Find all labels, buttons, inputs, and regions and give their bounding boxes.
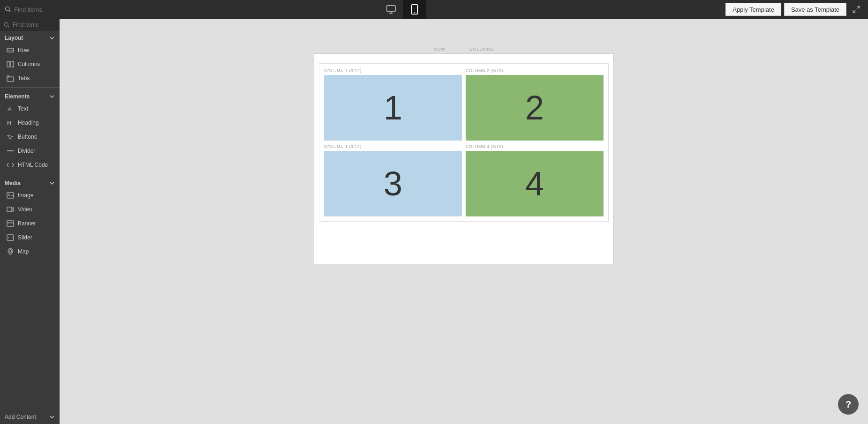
sidebar-item-slider-label: Slider [18, 234, 32, 241]
sidebar-item-row[interactable]: Row [2, 43, 58, 57]
sidebar: Layout Row Columns Tabs Elements A Text [0, 19, 60, 424]
svg-line-10 [8, 26, 9, 27]
desktop-icon [386, 4, 396, 15]
svg-line-8 [853, 10, 855, 13]
column-number-4: 4 [525, 164, 544, 203]
row-columns-labels: ROW COLUMNS [314, 47, 614, 52]
sidebar-item-heading[interactable]: H Heading [2, 116, 58, 130]
svg-rect-24 [7, 222, 14, 223]
tabs-icon [7, 74, 14, 82]
row-wrapper: COLUMN 1 (3/12) 1 COLUMN 2 (3/12) 2 [319, 63, 609, 222]
search-area [5, 6, 80, 13]
svg-line-1 [9, 10, 10, 12]
column-3-label: COLUMN 3 (3/12) [324, 144, 462, 149]
svg-rect-19 [7, 150, 14, 151]
sidebar-item-columns-label: Columns [18, 61, 40, 67]
svg-text:A: A [8, 105, 12, 112]
svg-point-6 [414, 12, 415, 13]
add-content-chevron-icon [49, 414, 55, 420]
column-4-label: COLUMN 4 (3/12) [466, 144, 604, 149]
sidebar-item-banner[interactable]: Banner [2, 216, 58, 231]
sidebar-item-tabs[interactable]: Tabs [2, 71, 58, 85]
layout-section-header: Layout [0, 31, 60, 43]
expand-icon [852, 5, 860, 14]
page-container: COLUMN 1 (3/12) 1 COLUMN 2 (3/12) 2 [314, 53, 614, 264]
sidebar-item-map[interactable]: Map [2, 245, 58, 259]
svg-text:H: H [7, 119, 11, 126]
canvas-area: ROW COLUMNS COLUMN 1 (3/12) 1 [60, 19, 868, 424]
sidebar-search-input[interactable] [13, 22, 56, 28]
row-icon [7, 46, 14, 54]
page-outer: ROW COLUMNS COLUMN 1 (3/12) 1 [314, 47, 614, 264]
svg-line-7 [857, 6, 859, 8]
column-number-3: 3 [384, 164, 402, 203]
sidebar-item-html-code-label: HTML Code [18, 162, 48, 168]
svg-point-9 [4, 22, 8, 26]
sidebar-item-video-label: Video [18, 206, 32, 213]
help-button[interactable]: ? [838, 394, 859, 415]
elements-section-header: Elements [0, 89, 60, 102]
column-cell-3: COLUMN 3 (3/12) 3 [324, 144, 462, 216]
search-input[interactable] [14, 6, 80, 13]
sidebar-item-video[interactable]: Video [2, 202, 58, 216]
sidebar-item-heading-label: Heading [18, 119, 39, 126]
sidebar-item-columns[interactable]: Columns [2, 57, 58, 71]
svg-point-26 [9, 250, 12, 253]
sidebar-item-tabs-label: Tabs [18, 75, 30, 82]
media-chevron-icon [49, 180, 55, 186]
column-number-1: 1 [384, 89, 402, 127]
desktop-device-button[interactable] [379, 0, 403, 19]
sidebar-item-text-label: Text [18, 105, 28, 112]
template-actions: Apply Template Save as Template [725, 2, 863, 16]
column-box-4[interactable]: 4 [466, 151, 604, 216]
media-section-header: Media [0, 176, 60, 188]
text-icon: A [7, 105, 14, 112]
column-1-label: COLUMN 1 (3/12) [324, 68, 462, 73]
sidebar-search-icon [4, 22, 10, 28]
sidebar-search [0, 19, 60, 31]
svg-rect-20 [7, 193, 14, 198]
sidebar-item-row-label: Row [18, 47, 29, 53]
main-area: Layout Row Columns Tabs Elements A Text [0, 19, 868, 424]
sidebar-item-divider[interactable]: Divider [2, 144, 58, 158]
svg-rect-13 [7, 61, 10, 67]
svg-rect-22 [7, 207, 12, 212]
column-box-3[interactable]: 3 [324, 151, 462, 216]
divider-icon [7, 147, 14, 155]
save-template-button[interactable]: Save as Template [784, 3, 846, 16]
sidebar-item-image-label: Image [18, 192, 33, 199]
column-cell-4: COLUMN 4 (3/12) 4 [466, 144, 604, 216]
layout-chevron-icon [49, 35, 55, 41]
map-icon [7, 248, 14, 255]
column-number-2: 2 [525, 89, 544, 127]
mobile-device-button[interactable] [403, 0, 426, 19]
row-label-above: ROW [434, 47, 445, 52]
column-box-1[interactable]: 1 [324, 75, 462, 141]
apply-template-button[interactable]: Apply Template [725, 3, 781, 16]
column-box-2[interactable]: 2 [466, 75, 604, 141]
sidebar-item-image[interactable]: Image [2, 188, 58, 202]
heading-icon: H [7, 119, 14, 126]
elements-label: Elements [5, 93, 30, 100]
slider-icon [7, 234, 14, 241]
top-bar: Apply Template Save as Template [0, 0, 868, 19]
html-code-icon [7, 161, 14, 169]
device-switcher [379, 0, 426, 19]
buttons-icon [7, 133, 14, 141]
divider-layout-elements [0, 87, 60, 88]
svg-rect-14 [11, 61, 14, 67]
column-2-label: COLUMN 2 (3/12) [466, 68, 604, 73]
expand-button[interactable] [849, 2, 863, 16]
sidebar-item-html-code[interactable]: HTML Code [2, 158, 58, 172]
column-cell-1: COLUMN 1 (3/12) 1 [324, 68, 462, 141]
banner-icon [7, 220, 14, 227]
image-icon [7, 192, 14, 199]
columns-icon [7, 60, 14, 68]
add-content[interactable]: Add Content [0, 410, 60, 424]
columns-label-above: COLUMNS [469, 47, 494, 52]
sidebar-item-divider-label: Divider [18, 148, 35, 154]
sidebar-item-slider[interactable]: Slider [2, 231, 58, 245]
sidebar-item-buttons[interactable]: Buttons [2, 130, 58, 144]
sidebar-item-banner-label: Banner [18, 220, 36, 227]
sidebar-item-text[interactable]: A Text [2, 102, 58, 116]
